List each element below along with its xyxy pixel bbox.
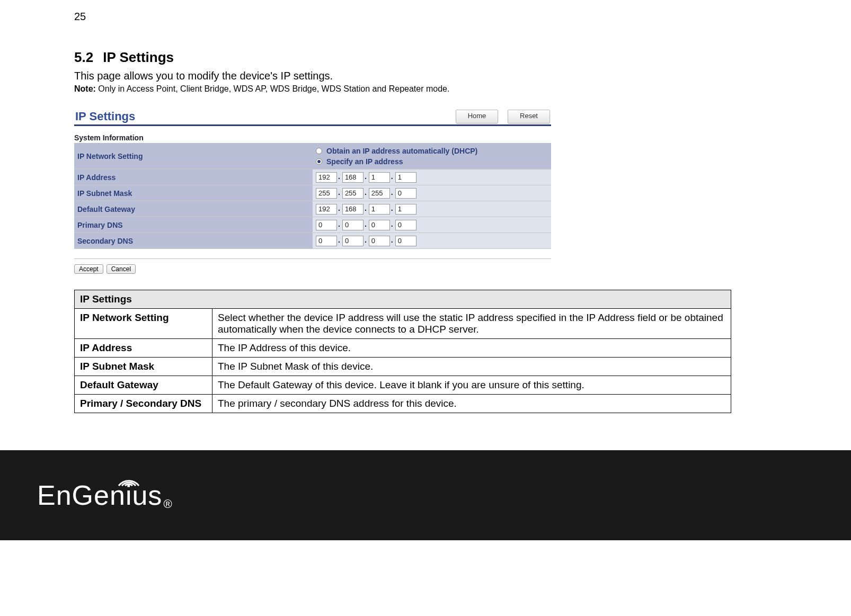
row-label: Default Gateway: [74, 201, 313, 217]
table-row: Default Gateway The Default Gateway of t…: [75, 376, 731, 395]
pdns-octet-input[interactable]: 0: [395, 220, 416, 230]
desc-key: IP Subnet Mask: [75, 358, 212, 376]
ip-octet-input[interactable]: 168: [342, 172, 364, 183]
row-label: Primary DNS: [74, 217, 313, 233]
note-line: Note: Only in Access Point, Client Bridg…: [74, 84, 777, 94]
home-button[interactable]: Home: [456, 110, 498, 123]
row-label: IP Address: [74, 169, 313, 185]
gateway-octet-input[interactable]: 1: [395, 204, 416, 215]
wifi-icon: [117, 472, 141, 488]
note-label: Note:: [74, 84, 96, 93]
table-row: IP Address The IP Address of this device…: [75, 339, 731, 358]
system-information-label: System Information: [74, 133, 551, 144]
desc-value: The primary / secondary DNS address for …: [212, 395, 731, 413]
table-row: IP Network Setting Select whether the de…: [75, 309, 731, 339]
accept-button[interactable]: Accept: [74, 264, 103, 274]
footer-bar: EnGeni us®: [0, 450, 851, 540]
desc-key: Primary / Secondary DNS: [75, 395, 212, 413]
subnet-octet-input[interactable]: 255: [316, 188, 337, 199]
desc-value: The IP Address of this device.: [212, 339, 731, 358]
section-title: IP Settings: [103, 49, 174, 65]
table-row: IP Subnet Mask The IP Subnet Mask of thi…: [75, 358, 731, 376]
settings-table: IP Network Setting Obtain an IP address …: [74, 144, 551, 249]
table-row: Primary / Secondary DNS The primary / se…: [75, 395, 731, 413]
desc-key: IP Network Setting: [75, 309, 212, 339]
panel-title: IP Settings: [75, 110, 135, 123]
desc-key: Default Gateway: [75, 376, 212, 395]
row-label: IP Network Setting: [74, 144, 313, 169]
description-table: IP Settings IP Network Setting Select wh…: [74, 290, 731, 413]
page-number: 25: [74, 11, 777, 23]
radio-static-label: Specify an IP address: [326, 157, 403, 166]
desc-key: IP Address: [75, 339, 212, 358]
section-number: 5.2: [74, 49, 93, 66]
subnet-octet-input[interactable]: 255: [342, 188, 364, 199]
cancel-button[interactable]: Cancel: [107, 264, 136, 274]
pdns-octet-input[interactable]: 0: [342, 220, 364, 230]
sdns-octet-input[interactable]: 0: [369, 236, 390, 246]
sdns-octet-input[interactable]: 0: [316, 236, 337, 246]
sdns-octet-input[interactable]: 0: [342, 236, 364, 246]
gateway-octet-input[interactable]: 1: [369, 204, 390, 215]
panel-header: IP Settings Home Reset: [74, 106, 551, 126]
registered-icon: ®: [163, 497, 172, 511]
gateway-octet-input[interactable]: 192: [316, 204, 337, 215]
desc-value: The IP Subnet Mask of this device.: [212, 358, 731, 376]
radio-icon: [316, 158, 322, 165]
intro-text: This page allows you to modify the devic…: [74, 70, 777, 82]
reset-button[interactable]: Reset: [508, 110, 550, 123]
brand-logo: EnGeni us®: [37, 479, 173, 511]
radio-dhcp-label: Obtain an IP address automatically (DHCP…: [326, 147, 477, 155]
radio-static[interactable]: Specify an IP address: [316, 156, 548, 167]
ip-octet-input[interactable]: 1: [369, 172, 390, 183]
ip-settings-panel: IP Settings Home Reset System Informatio…: [74, 106, 551, 274]
pdns-octet-input[interactable]: 0: [316, 220, 337, 230]
desc-value: Select whether the device IP address wil…: [212, 309, 731, 339]
radio-icon: [316, 148, 322, 154]
pdns-octet-input[interactable]: 0: [369, 220, 390, 230]
row-label: IP Subnet Mask: [74, 185, 313, 201]
desc-header: IP Settings: [75, 290, 731, 309]
subnet-octet-input[interactable]: 255: [369, 188, 390, 199]
section-heading: 5.2IP Settings: [74, 49, 777, 66]
note-text: Only in Access Point, Client Bridge, WDS…: [96, 84, 450, 93]
row-label: Secondary DNS: [74, 233, 313, 249]
ip-octet-input[interactable]: 1: [395, 172, 416, 183]
ip-octet-input[interactable]: 192: [316, 172, 337, 183]
gateway-octet-input[interactable]: 168: [342, 204, 364, 215]
subnet-octet-input[interactable]: 0: [395, 188, 416, 199]
desc-value: The Default Gateway of this device. Leav…: [212, 376, 731, 395]
sdns-octet-input[interactable]: 0: [395, 236, 416, 246]
radio-dhcp[interactable]: Obtain an IP address automatically (DHCP…: [316, 146, 548, 156]
